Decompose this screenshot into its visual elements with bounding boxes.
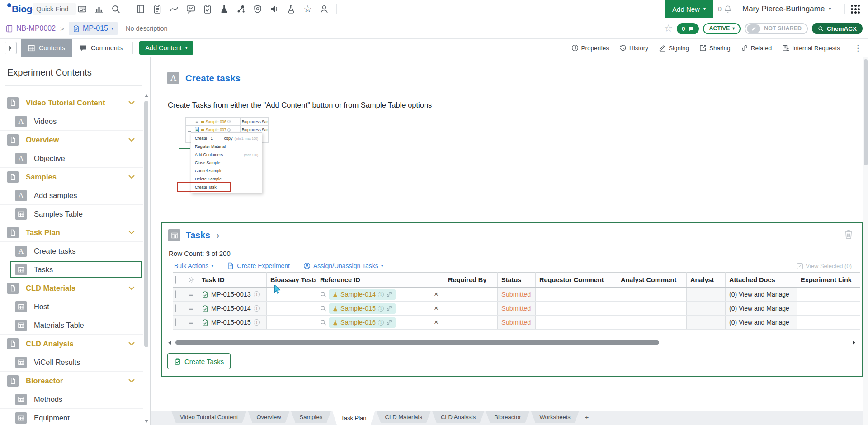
notifications-button[interactable]: 0 <box>718 0 732 18</box>
horizontal-scrollbar[interactable] <box>167 340 856 345</box>
analyst-comment-cell[interactable] <box>617 302 687 316</box>
task-id-cell[interactable]: MP-015-0015i <box>202 319 263 326</box>
bioassay-tests-cell[interactable] <box>267 316 316 330</box>
star-icon[interactable]: ☆ <box>303 5 312 14</box>
chevron-down-icon[interactable] <box>128 175 135 179</box>
more-options-icon[interactable]: ⋮ <box>854 43 862 53</box>
requestor-comment-cell[interactable] <box>536 302 617 316</box>
gear-icon[interactable] <box>186 276 196 283</box>
create-tasks-button[interactable]: Create Tasks <box>167 353 231 369</box>
drag-handle-icon[interactable]: ≡ <box>184 288 198 302</box>
sidebar-item-create-tasks[interactable]: A Create tasks <box>0 242 143 260</box>
tab-samples[interactable]: Samples <box>291 411 331 423</box>
scrollbar-thumb[interactable] <box>144 101 148 347</box>
notebook-icon[interactable] <box>136 5 145 14</box>
requestor-comment-cell[interactable] <box>536 316 617 330</box>
chevron-down-icon[interactable] <box>128 138 135 142</box>
attached-docs-link[interactable]: (0) View and Manage <box>726 302 797 316</box>
sharing-badge[interactable]: NOT SHARED <box>745 23 808 34</box>
sidebar-item-bioreactor[interactable]: Bioreactor <box>0 372 143 390</box>
speaker-icon[interactable] <box>270 5 279 14</box>
form-icon[interactable] <box>78 5 87 14</box>
unlink-icon[interactable] <box>386 291 392 298</box>
reference-id-cell[interactable]: Sample-016i× <box>316 316 444 330</box>
sample-chip[interactable]: Sample-016i <box>329 317 396 328</box>
shield-icon[interactable] <box>253 5 262 14</box>
task-id-cell[interactable]: MP-015-0013i <box>202 291 263 298</box>
tab-cld-analysis[interactable]: CLD Analysis <box>432 411 484 423</box>
analyst-cell[interactable] <box>687 288 726 302</box>
tab-overview[interactable]: Overview <box>248 411 289 423</box>
sidebar-item-videos[interactable]: A Videos <box>0 112 143 131</box>
chevron-right-icon[interactable]: › <box>217 230 220 241</box>
clear-reference-icon[interactable]: × <box>434 304 440 313</box>
checkbox[interactable] <box>175 276 176 284</box>
tab-bioreactor[interactable]: Bioreactor <box>486 411 529 423</box>
chevron-down-icon[interactable] <box>128 342 135 345</box>
user-icon[interactable] <box>320 5 329 14</box>
tab-video-tutorial-content[interactable]: Video Tutorial Content <box>171 411 246 423</box>
sidebar-item-cld-analysis[interactable]: CLD Analysis <box>0 335 143 353</box>
drag-handle-icon[interactable]: ≡ <box>184 302 198 316</box>
sample-chip[interactable]: Sample-015i <box>329 303 396 314</box>
scroll-up-icon[interactable] <box>145 94 148 97</box>
bar-chart-icon[interactable] <box>94 5 104 14</box>
quick-find-input[interactable]: Quick Find <box>33 3 76 15</box>
experiment-link-cell[interactable] <box>797 302 860 316</box>
delete-table-icon[interactable] <box>844 229 854 239</box>
clear-reference-icon[interactable]: × <box>434 290 440 299</box>
sidebar-item-samples-table[interactable]: Samples Table <box>0 205 143 223</box>
bioassay-tests-cell[interactable] <box>267 302 316 316</box>
scrollbar-thumb[interactable] <box>864 59 868 165</box>
info-icon[interactable]: i <box>378 292 384 298</box>
add-new-button[interactable]: Add New ▾ <box>665 0 713 18</box>
create-experiment-button[interactable]: Create Experiment <box>227 262 290 269</box>
info-icon[interactable]: i <box>254 305 260 312</box>
attached-docs-link[interactable]: (0) View and Manage <box>726 316 797 330</box>
line-chart-icon[interactable] <box>170 5 179 14</box>
sidebar-item-equipment[interactable]: Equipment <box>0 409 143 425</box>
tab-cld-materials[interactable]: CLD Materials <box>377 411 431 423</box>
sidebar-item-add-samples[interactable]: A Add samples <box>0 186 143 205</box>
row-checkbox[interactable] <box>175 304 176 312</box>
related-button[interactable]: Related <box>741 44 772 52</box>
favorite-star-icon[interactable]: ☆ <box>664 23 673 34</box>
row-checkbox[interactable] <box>175 290 176 298</box>
analyst-comment-cell[interactable] <box>617 316 687 330</box>
chevron-down-icon[interactable] <box>128 286 135 290</box>
sidebar-scrollbar[interactable] <box>144 94 149 424</box>
experiment-link-cell[interactable] <box>797 288 860 302</box>
sidebar-item-vicell-results[interactable]: ViCell Results <box>0 353 143 372</box>
tab-contents[interactable]: Contents <box>21 39 72 57</box>
view-selected-toggle[interactable]: ✓ View Selected (0) <box>797 263 852 269</box>
info-icon[interactable]: i <box>254 319 260 326</box>
analyst-cell[interactable] <box>687 316 726 330</box>
analyst-cell[interactable] <box>687 302 726 316</box>
app-launcher-icon[interactable] <box>851 5 860 14</box>
tab-worksheets[interactable]: Worksheets <box>531 411 579 423</box>
sidebar-item-cld-materials[interactable]: CLD Materials <box>0 279 143 298</box>
history-button[interactable]: History <box>619 44 648 52</box>
collapse-sidebar-button[interactable] <box>5 42 17 54</box>
required-by-cell[interactable] <box>444 302 498 316</box>
bulk-actions-button[interactable]: Bulk Actions ▾ <box>174 262 213 269</box>
internal-requests-button[interactable]: Internal Requests <box>782 44 840 52</box>
info-icon[interactable]: i <box>378 306 384 312</box>
experiment-link-cell[interactable] <box>797 316 860 330</box>
chevron-down-icon[interactable] <box>128 101 135 104</box>
breadcrumb-notebook-link[interactable]: NB-MP0002 <box>5 24 56 33</box>
scroll-left-icon[interactable] <box>168 341 171 345</box>
chat-requests-icon[interactable] <box>186 5 195 14</box>
sidebar-item-task-plan[interactable]: Task Plan <box>0 223 143 242</box>
info-icon[interactable]: i <box>378 320 384 326</box>
search-icon[interactable] <box>111 5 120 14</box>
properties-button[interactable]: Properties <box>571 44 609 52</box>
add-content-button[interactable]: Add Content ▾ <box>139 41 193 55</box>
task-check-icon[interactable] <box>203 5 212 14</box>
select-all-header[interactable] <box>173 273 184 288</box>
sidebar-item-materials-table[interactable]: Materials Table <box>0 316 143 335</box>
column-settings-header[interactable] <box>184 273 198 288</box>
chemacx-search-button[interactable]: ChemACX <box>812 23 863 34</box>
sidebar-item-methods[interactable]: Methods <box>0 390 143 409</box>
page-vertical-scrollbar[interactable] <box>863 57 868 425</box>
